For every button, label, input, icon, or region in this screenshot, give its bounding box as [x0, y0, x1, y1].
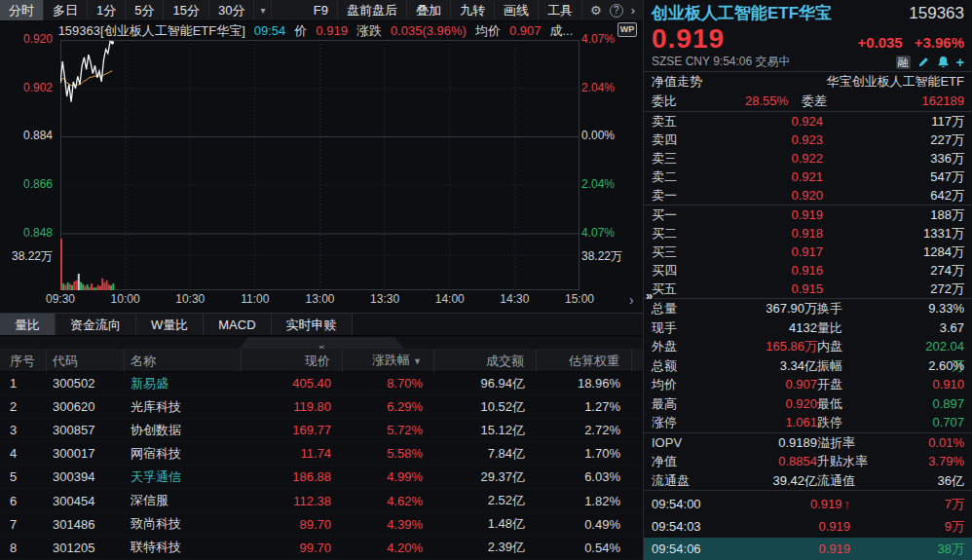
period-tab[interactable]: 1分	[88, 0, 126, 20]
order-book-row[interactable]: 买一0.919188万	[644, 205, 972, 224]
order-book-row[interactable]: 卖二0.921547万	[644, 168, 972, 186]
table-row[interactable]: 4300017网宿科技11.745.58%7.84亿1.70%	[0, 442, 643, 466]
tab-item[interactable]: W量比	[136, 314, 204, 335]
stat-value: 2.60%	[918, 356, 964, 376]
stat-value: 0.8854	[724, 452, 817, 471]
order-book-row[interactable]: 买二0.9181331万	[644, 224, 972, 243]
volume-bars	[60, 239, 114, 290]
tab-item[interactable]: 资金流向	[56, 314, 136, 335]
stock-turnover: 2.39亿	[434, 539, 537, 556]
sort-descending-icon[interactable]: ▼	[413, 356, 422, 366]
column-header[interactable]: 成交额	[434, 350, 537, 372]
y-axis-label: 0.920	[23, 32, 53, 46]
book-level-label: 卖二	[652, 168, 696, 186]
stats-row: IOPV0.9189溢折率0.01%	[644, 433, 972, 453]
tool-button[interactable]: 盘前盘后	[338, 0, 407, 20]
order-book-row[interactable]: 卖三0.922336万	[644, 149, 972, 168]
order-book-row[interactable]: 卖一0.920642万	[644, 186, 972, 205]
quote-price-row: 0.919 +0.035 +3.96%	[644, 23, 972, 53]
period-tab[interactable]: 分时	[0, 0, 44, 20]
order-book-row[interactable]: 卖四0.923227万	[644, 131, 972, 149]
tool-button[interactable]: 画线	[495, 0, 539, 20]
x-axis-label: 15:00	[565, 292, 594, 306]
fund-stats-block: IOPV0.9189溢折率0.01%净值0.8854升贴水率3.79%流通盘39…	[644, 433, 972, 491]
tab-active[interactable]: 量比	[0, 314, 56, 335]
alert-bell-icon[interactable]	[937, 56, 950, 68]
table-row[interactable]: 6300454深信服112.384.62%2.52亿1.82%	[0, 489, 643, 512]
chevron-right-icon[interactable]: ›	[631, 3, 635, 18]
column-header[interactable]: 涨跌幅▼	[343, 349, 434, 373]
table-row[interactable]: 3300857协创数据169.775.72%15.12亿2.72%	[0, 419, 643, 442]
column-header[interactable]: 序号	[0, 350, 47, 372]
book-volume: 117万	[823, 112, 964, 131]
stats-row: 总量367.90万换手9.33%	[644, 299, 972, 318]
order-book-row[interactable]: 买五0.915272万	[644, 280, 972, 298]
period-tab[interactable]: 15分	[164, 0, 208, 20]
stock-weight: 1.27%	[537, 399, 632, 414]
tool-button[interactable]: 工具	[539, 0, 582, 20]
column-header[interactable]: 现价	[242, 350, 343, 372]
period-tab[interactable]: 5分	[126, 0, 164, 20]
tool-button[interactable]: 九转	[451, 0, 495, 20]
stat-value: 0.920	[724, 394, 817, 414]
price-chart[interactable]	[60, 40, 579, 290]
column-header[interactable]: 估算权重	[537, 350, 632, 372]
tick-row: 09:54:060.91938万	[644, 538, 972, 560]
table-row[interactable]: 7301486致尚科技89.704.39%1.48亿0.49%	[0, 513, 643, 537]
column-header[interactable]: 名称	[125, 350, 242, 372]
stock-turnover: 15.12亿	[434, 422, 537, 439]
edit-pencil-icon[interactable]	[917, 56, 930, 68]
order-book-row[interactable]: 买三0.9171284万	[644, 243, 972, 261]
row-index: 3	[0, 423, 47, 437]
book-volume: 272万	[823, 280, 964, 298]
stock-turnover: 10.52亿	[434, 398, 537, 416]
dropdown-caret-icon[interactable]: ▾	[254, 0, 272, 20]
book-volume: 1284万	[823, 243, 964, 261]
settings-gear-icon[interactable]: ⚙	[590, 3, 602, 18]
period-tab[interactable]: 30分	[209, 0, 254, 20]
table-row[interactable]: 1300502新易盛405.408.70%96.94亿18.96%	[0, 372, 643, 395]
book-price: 0.922	[696, 149, 823, 168]
stock-turnover: 29.37亿	[434, 468, 537, 486]
wp-badge-icon[interactable]: WP	[617, 22, 637, 37]
tool-button[interactable]: 叠加	[407, 0, 451, 20]
tick-volume: 38万	[850, 538, 964, 560]
intraday-chart-canvas[interactable]	[60, 40, 579, 290]
stats-row: 现手4132量比3.67	[644, 318, 972, 338]
table-row[interactable]: 5300394天孚通信186.884.99%29.37亿6.03%	[0, 466, 643, 489]
commission-ratio-row: 委比 28.55% 委差 162189	[644, 92, 972, 111]
price-value: 0.919	[316, 23, 348, 38]
order-book-row[interactable]: 买四0.916274万	[644, 261, 972, 280]
current-price-dot	[111, 41, 115, 45]
tool-button[interactable]: F9	[305, 0, 338, 20]
stock-turnover: 2.52亿	[434, 492, 537, 509]
tab-item[interactable]: 实时申赎	[272, 314, 353, 335]
tick-time: 09:54:00	[652, 493, 741, 515]
collapse-strip[interactable]: »	[0, 337, 643, 349]
nav-row[interactable]: 净值走势 华宝创业板人工智能ETF	[644, 72, 972, 92]
stat-label: 最高	[652, 394, 724, 414]
expand-icon[interactable]: »	[646, 288, 653, 303]
help-icon[interactable]: ?	[610, 4, 623, 18]
tab-item[interactable]: MACD	[204, 314, 271, 335]
table-row[interactable]: 2300620光库科技119.806.29%10.52亿1.27%	[0, 395, 643, 419]
stat-value: 0.910	[918, 375, 964, 394]
add-to-watchlist-icon[interactable]: +	[956, 56, 964, 69]
x-axis-label: 09:30	[46, 292, 75, 306]
stat-label: 跌停	[817, 413, 918, 432]
stat-value: 0.01%	[918, 433, 964, 453]
collapse-handle[interactable]: »	[239, 337, 404, 349]
stat-value: 36亿	[918, 471, 964, 491]
period-tab[interactable]: 多日	[44, 0, 88, 20]
column-header[interactable]: 代码	[47, 350, 125, 372]
collapse-panel-icon[interactable]: ›	[629, 293, 634, 307]
stock-turnover: 7.84亿	[434, 445, 537, 463]
order-book-row[interactable]: 卖五0.924117万	[644, 112, 972, 131]
stats-row: 涨停1.061跌停0.707	[644, 413, 972, 432]
x-axis-label: 14:30	[500, 292, 529, 306]
stock-price: 169.77	[242, 423, 343, 437]
change-amount: +0.035	[857, 34, 902, 51]
stock-price: 186.88	[242, 469, 343, 484]
stock-change-pct: 6.29%	[343, 399, 434, 414]
table-row[interactable]: 8301205联特科技99.704.20%2.39亿0.54%	[0, 537, 643, 560]
